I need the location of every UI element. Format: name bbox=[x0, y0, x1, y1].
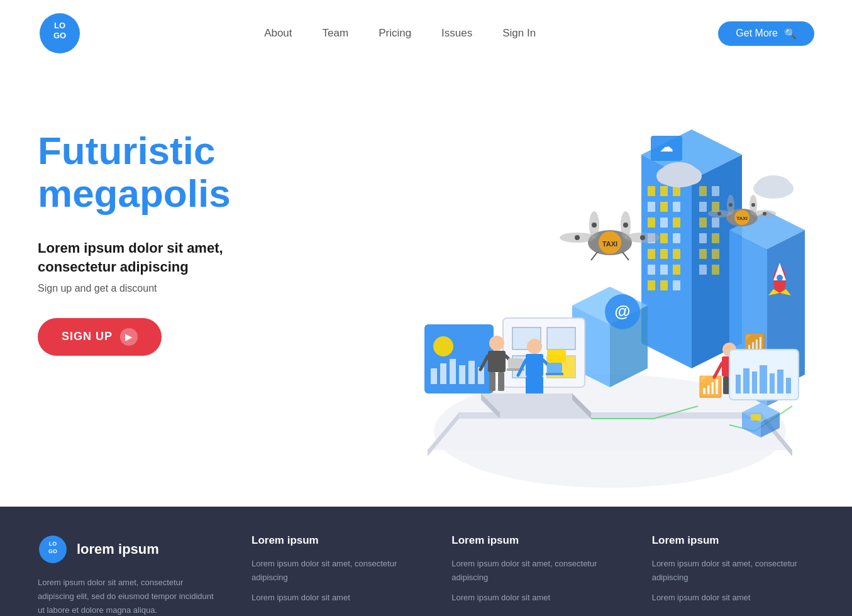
svg-rect-102 bbox=[459, 365, 465, 384]
hero-description: Sign up and get a discount bbox=[38, 283, 302, 294]
signup-button[interactable]: SIGN UP ▶ bbox=[38, 318, 162, 356]
svg-rect-142 bbox=[777, 370, 783, 393]
svg-point-64 bbox=[575, 235, 580, 240]
svg-point-120 bbox=[527, 339, 542, 354]
svg-rect-100 bbox=[440, 363, 446, 384]
svg-rect-31 bbox=[673, 280, 680, 290]
svg-rect-39 bbox=[712, 233, 719, 243]
footer-logo-icon: LO GO bbox=[38, 534, 68, 564]
main-nav: About Team Pricing Issues Sign In bbox=[264, 27, 536, 40]
hero-illustration: ☁ 📶 @ 📶 bbox=[302, 92, 817, 507]
logo-icon: LO GO bbox=[38, 11, 82, 55]
svg-text:TAXI: TAXI bbox=[736, 216, 748, 221]
svg-point-70 bbox=[623, 223, 628, 228]
svg-rect-107 bbox=[547, 327, 575, 349]
svg-rect-22 bbox=[673, 233, 680, 243]
footer-col1-title: Lorem ipsum bbox=[252, 534, 414, 547]
header: LO GO About Team Pricing Issues Sign In … bbox=[0, 0, 852, 67]
svg-rect-138 bbox=[743, 368, 750, 393]
svg-point-79 bbox=[763, 212, 766, 216]
svg-rect-18 bbox=[660, 217, 668, 228]
svg-rect-137 bbox=[736, 375, 741, 393]
svg-rect-121 bbox=[526, 354, 543, 377]
nav-team[interactable]: Team bbox=[323, 27, 349, 40]
svg-text:☁: ☁ bbox=[660, 139, 673, 155]
footer-logo-row: LO GO lorem ipsum bbox=[38, 534, 214, 564]
svg-point-83 bbox=[751, 203, 755, 207]
svg-point-112 bbox=[489, 336, 504, 351]
svg-text:LO: LO bbox=[49, 541, 57, 547]
svg-rect-23 bbox=[648, 249, 655, 259]
svg-rect-26 bbox=[648, 265, 655, 275]
nav-pricing[interactable]: Pricing bbox=[379, 27, 411, 40]
svg-rect-15 bbox=[660, 202, 668, 212]
svg-point-77 bbox=[717, 212, 721, 216]
svg-point-92 bbox=[660, 170, 698, 187]
footer-col-3: Lorem ipsum Lorem ipsum dolor sit amet, … bbox=[652, 534, 814, 616]
svg-rect-32 bbox=[699, 186, 707, 196]
footer: LO GO lorem ipsum Lorem ipsum dolor sit … bbox=[0, 507, 852, 616]
svg-rect-147 bbox=[751, 414, 761, 421]
svg-rect-110 bbox=[547, 349, 566, 362]
svg-rect-113 bbox=[488, 351, 506, 372]
svg-rect-12 bbox=[660, 186, 668, 196]
footer-brand-name: lorem ipsum bbox=[77, 541, 159, 558]
svg-point-81 bbox=[729, 203, 733, 207]
svg-text:LO: LO bbox=[54, 21, 65, 30]
svg-rect-114 bbox=[489, 372, 495, 391]
search-icon: 🔍 bbox=[784, 28, 797, 40]
svg-point-88 bbox=[777, 275, 783, 281]
footer-brand: LO GO lorem ipsum Lorem ipsum dolor sit … bbox=[38, 534, 214, 616]
svg-rect-17 bbox=[648, 217, 655, 228]
hero-subtitle: Lorem ipsum dolor sit amet, consectetur … bbox=[38, 239, 302, 276]
svg-line-71 bbox=[591, 252, 597, 260]
footer-col-2: Lorem ipsum Lorem ipsum dolor sit amet, … bbox=[451, 534, 614, 616]
svg-rect-140 bbox=[760, 365, 767, 393]
svg-rect-21 bbox=[660, 233, 668, 243]
svg-rect-40 bbox=[699, 249, 707, 259]
footer-col3-title: Lorem ipsum bbox=[652, 534, 814, 547]
svg-rect-126 bbox=[546, 373, 563, 375]
svg-rect-132 bbox=[723, 377, 729, 394]
logo[interactable]: LO GO bbox=[38, 11, 82, 55]
svg-rect-29 bbox=[648, 280, 655, 290]
svg-rect-30 bbox=[660, 280, 668, 290]
svg-rect-103 bbox=[468, 361, 475, 384]
svg-text:GO: GO bbox=[48, 548, 57, 554]
nav-issues[interactable]: Issues bbox=[441, 27, 472, 40]
svg-rect-25 bbox=[673, 249, 680, 259]
svg-point-68 bbox=[592, 223, 597, 228]
nav-signin[interactable]: Sign In bbox=[502, 27, 536, 40]
svg-text:📶: 📶 bbox=[698, 375, 723, 399]
hero-content: Futuristic megapolis Lorem ipsum dolor s… bbox=[38, 92, 302, 507]
svg-text:GO: GO bbox=[53, 31, 66, 40]
svg-line-72 bbox=[622, 252, 629, 260]
footer-col2-item1: Lorem ipsum dolor sit amet, consectetur … bbox=[451, 557, 614, 585]
svg-rect-141 bbox=[770, 373, 775, 393]
svg-rect-42 bbox=[699, 265, 707, 275]
svg-rect-34 bbox=[699, 202, 707, 212]
footer-brand-desc: Lorem ipsum dolor sit amet, consectetur … bbox=[38, 576, 214, 616]
svg-rect-125 bbox=[547, 363, 562, 373]
svg-rect-19 bbox=[673, 217, 680, 228]
footer-col2-item2: Lorem ipsum dolor sit amet bbox=[451, 591, 614, 605]
svg-rect-37 bbox=[712, 217, 719, 228]
svg-rect-33 bbox=[712, 186, 719, 196]
svg-marker-5 bbox=[459, 412, 761, 419]
svg-rect-28 bbox=[673, 265, 680, 275]
hero-section: Futuristic megapolis Lorem ipsum dolor s… bbox=[0, 67, 852, 507]
svg-rect-99 bbox=[431, 368, 437, 384]
svg-point-66 bbox=[640, 235, 645, 240]
svg-rect-16 bbox=[673, 202, 680, 212]
footer-col3-item1: Lorem ipsum dolor sit amet, consectetur … bbox=[652, 557, 814, 585]
arrow-icon: ▶ bbox=[120, 328, 138, 346]
svg-point-96 bbox=[756, 184, 791, 199]
svg-rect-24 bbox=[660, 249, 668, 259]
footer-col2-title: Lorem ipsum bbox=[451, 534, 614, 547]
svg-rect-115 bbox=[498, 372, 504, 391]
nav-about[interactable]: About bbox=[264, 27, 292, 40]
footer-col1-item2: Lorem ipsum dolor sit amet bbox=[252, 591, 414, 605]
svg-rect-11 bbox=[648, 186, 655, 196]
get-more-button[interactable]: Get More 🔍 bbox=[718, 21, 814, 46]
svg-rect-143 bbox=[786, 378, 791, 393]
